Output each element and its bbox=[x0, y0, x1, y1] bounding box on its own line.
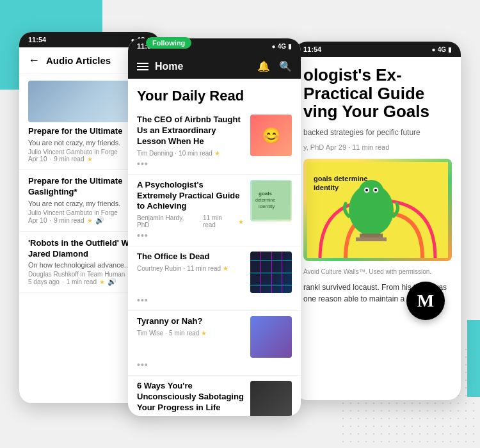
home-title: Home bbox=[155, 61, 183, 72]
thumb-office-image bbox=[250, 252, 292, 293]
article-item-sabotage[interactable]: 6 Ways You're Unconsciously Sabotaging Y… bbox=[128, 376, 301, 416]
thumb-airbnb-image: 😊 bbox=[250, 115, 292, 156]
signal-home: 4G bbox=[278, 43, 286, 50]
readtime-1: 9 min read bbox=[54, 156, 84, 163]
article-title-office: The Office Is Dead bbox=[137, 252, 244, 262]
status-icons-home: ● 4G ▮ bbox=[272, 43, 292, 50]
article-content-goals: A Psychologist's Extremely Practical Gui… bbox=[137, 180, 244, 229]
wifi-icon-article: ● bbox=[432, 46, 436, 53]
neon-v1 bbox=[260, 252, 261, 293]
article-detail-description: backed strategies for pecific future bbox=[303, 127, 452, 138]
article-item-office[interactable]: The Office Is Dead Courtney Rubin· 11 mi… bbox=[128, 246, 301, 311]
article-row-airbnb: The CEO of Airbnb Taught Us an Extraordi… bbox=[137, 115, 292, 157]
svg-point-10 bbox=[374, 189, 377, 191]
neon-grid bbox=[250, 252, 292, 293]
author-office: Courtney Rubin bbox=[137, 265, 181, 272]
star-tyranny: ★ bbox=[201, 330, 207, 337]
following-badge: Following bbox=[146, 37, 191, 49]
readtime-tyranny: 5 min read bbox=[169, 330, 199, 337]
goals-art: goals determine identity bbox=[307, 162, 448, 258]
wifi-icon-home: ● bbox=[272, 43, 276, 50]
signal-article: 4G bbox=[438, 46, 446, 53]
article-row-office: The Office Is Dead Courtney Rubin· 11 mi… bbox=[137, 252, 292, 293]
star-goals: ★ bbox=[238, 218, 244, 225]
home-header-left: Home bbox=[137, 61, 183, 72]
thumb-tyranny-image bbox=[250, 316, 292, 358]
article-title-tyranny: Tyranny or Nah? bbox=[137, 316, 244, 327]
thumb-tyranny bbox=[250, 316, 292, 358]
readtime-2: 9 min read bbox=[54, 217, 84, 224]
article-meta-airbnb: Tim Denning· 10 min read ★ bbox=[137, 150, 244, 157]
article-content-airbnb: The CEO of Airbnb Taught Us an Extraordi… bbox=[137, 115, 244, 157]
date-1: Apr 10 bbox=[28, 156, 47, 163]
neon-v2 bbox=[271, 252, 272, 293]
svg-text:goals determine: goals determine bbox=[314, 175, 367, 182]
big-title-line2: Practical Guide bbox=[303, 84, 424, 103]
hamburger-line-3 bbox=[137, 69, 148, 70]
battery-icon-article: ▮ bbox=[448, 46, 452, 53]
thumb-airbnb: 😊 bbox=[250, 115, 292, 156]
goals-illustration: goals determine identity bbox=[252, 181, 291, 220]
article-row-tyranny: Tyranny or Nah? Tim Wise· 5 min read ★ bbox=[137, 316, 292, 358]
article-row-sabotage: 6 Ways You're Unconsciously Sabotaging Y… bbox=[137, 381, 292, 416]
thumb-goals-image: goals determine identity bbox=[250, 180, 292, 221]
article-item-tyranny[interactable]: Tyranny or Nah? Tim Wise· 5 min read ★ •… bbox=[128, 311, 301, 376]
author-3: Douglas Rushkoff in Team Human bbox=[28, 271, 125, 278]
hamburger-line-2 bbox=[137, 66, 148, 67]
neon-v3 bbox=[282, 252, 282, 293]
author-2: Julio Vincent Gambuto in Forge bbox=[28, 209, 118, 216]
bell-icon[interactable]: 🔔 bbox=[257, 60, 270, 72]
back-button[interactable]: ← bbox=[28, 54, 40, 67]
hamburger-line-1 bbox=[137, 63, 148, 64]
article-item-airbnb[interactable]: The CEO of Airbnb Taught Us an Extraordi… bbox=[128, 109, 301, 175]
dots-airbnb[interactable]: ••• bbox=[137, 157, 292, 169]
svg-rect-12 bbox=[356, 237, 387, 241]
readtime-airbnb: 10 min read bbox=[179, 150, 212, 157]
medium-logo: M bbox=[406, 282, 445, 320]
home-header-icons: 🔔 🔍 bbox=[257, 60, 292, 72]
hamburger-menu[interactable] bbox=[137, 63, 148, 70]
article-caption: Avoid Culture Walls™. Used with permissi… bbox=[303, 268, 452, 276]
readtime-3: 1 min read bbox=[67, 278, 97, 285]
battery-icon-home: ▮ bbox=[288, 43, 292, 50]
article-item-goals[interactable]: A Psychologist's Extremely Practical Gui… bbox=[128, 175, 301, 247]
svg-point-6 bbox=[358, 180, 384, 205]
dots-tyranny[interactable]: ••• bbox=[137, 358, 292, 370]
phone-article: 11:54 ● 4G ▮ ologist's Ex- Practical Gui… bbox=[294, 42, 461, 400]
speaker-icon-2: 🔊 bbox=[95, 216, 104, 225]
search-icon[interactable]: 🔍 bbox=[279, 60, 292, 72]
svg-text:determine: determine bbox=[255, 198, 275, 202]
article-illustration: goals determine identity bbox=[303, 159, 452, 261]
home-nav-header: Home 🔔 🔍 bbox=[128, 54, 301, 79]
article-title-goals: A Psychologist's Extremely Practical Gui… bbox=[137, 180, 244, 212]
star-icon-2: ★ bbox=[87, 217, 93, 224]
article-meta-tyranny: Tim Wise· 5 min read ★ bbox=[137, 330, 244, 337]
date-2: Apr 10 bbox=[28, 217, 47, 224]
dots-office[interactable]: ••• bbox=[137, 293, 292, 305]
author-goals: Benjamin Hardy, PhD bbox=[137, 214, 197, 228]
phone-home: 11:53 ● 4G ▮ Home 🔔 🔍 Your Daily Read Th… bbox=[128, 38, 301, 416]
time-article: 11:54 bbox=[303, 45, 321, 53]
daily-read-title: Your Daily Read bbox=[128, 79, 301, 109]
star-icon-3: ★ bbox=[99, 278, 105, 285]
article-title-airbnb: The CEO of Airbnb Taught Us an Extraordi… bbox=[137, 115, 244, 147]
date-3: 5 days ago bbox=[28, 278, 60, 285]
article-row-goals: A Psychologist's Extremely Practical Gui… bbox=[137, 180, 292, 229]
star-icon-1: ★ bbox=[87, 156, 93, 163]
article-meta-office: Courtney Rubin· 11 min read ★ bbox=[137, 265, 244, 272]
audio-articles-title: Audio Articles bbox=[46, 55, 111, 66]
big-title-line1: ologist's Ex- bbox=[303, 65, 402, 84]
status-bar-article: 11:54 ● 4G ▮ bbox=[294, 42, 461, 57]
svg-text:identity: identity bbox=[314, 184, 339, 191]
thumb-goals: goals determine identity bbox=[250, 180, 292, 221]
author-airbnb: Tim Denning bbox=[137, 150, 173, 157]
readtime-goals: 11 min read bbox=[203, 214, 236, 228]
svg-text:identity: identity bbox=[259, 204, 275, 209]
article-big-title: ologist's Ex- Practical Guide ving Your … bbox=[303, 66, 452, 121]
svg-text:goals: goals bbox=[259, 191, 272, 196]
dots-goals[interactable]: ••• bbox=[137, 228, 292, 241]
thumb-sabotage bbox=[250, 381, 292, 416]
status-icons-article: ● 4G ▮ bbox=[432, 46, 452, 53]
article-meta-goals: Benjamin Hardy, PhD· 11 min read ★ bbox=[137, 214, 244, 228]
article-content-office: The Office Is Dead Courtney Rubin· 11 mi… bbox=[137, 252, 244, 272]
